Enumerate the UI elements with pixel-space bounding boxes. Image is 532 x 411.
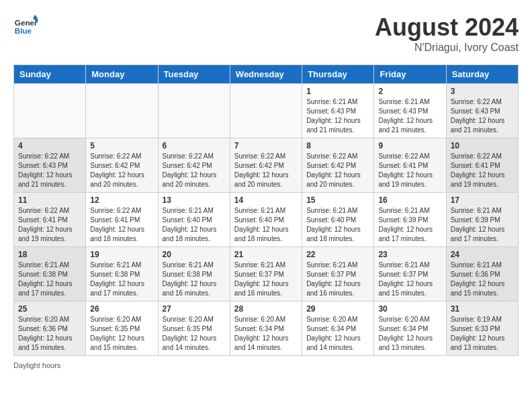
day-info: Sunrise: 6:22 AM Sunset: 6:42 PM Dayligh… [90,152,153,189]
calendar-header-monday: Monday [86,65,158,84]
calendar-header-row: SundayMondayTuesdayWednesdayThursdayFrid… [14,65,519,84]
day-info: Sunrise: 6:20 AM Sunset: 6:36 PM Dayligh… [18,315,81,353]
day-info: Sunrise: 6:21 AM Sunset: 6:38 PM Dayligh… [163,261,226,298]
calendar-header-tuesday: Tuesday [158,65,230,84]
day-info: Sunrise: 6:21 AM Sunset: 6:43 PM Dayligh… [306,97,369,135]
calendar-cell: 12Sunrise: 6:22 AM Sunset: 6:41 PM Dayli… [86,193,158,247]
calendar-cell: 22Sunrise: 6:21 AM Sunset: 6:37 PM Dayli… [302,247,374,302]
day-number: 27 [163,304,226,314]
day-info: Sunrise: 6:21 AM Sunset: 6:40 PM Dayligh… [306,206,369,244]
day-info: Sunrise: 6:19 AM Sunset: 6:33 PM Dayligh… [451,315,514,353]
calendar-cell [86,84,158,138]
day-number: 26 [90,304,153,314]
calendar-cell: 14Sunrise: 6:21 AM Sunset: 6:40 PM Dayli… [230,193,302,247]
calendar-cell: 31Sunrise: 6:19 AM Sunset: 6:33 PM Dayli… [446,302,518,356]
main-title: August 2024 [375,13,519,42]
logo-icon: General Blue [13,13,38,38]
calendar-cell: 7Sunrise: 6:22 AM Sunset: 6:42 PM Daylig… [230,138,302,193]
day-number: 11 [18,195,81,205]
day-number: 29 [306,304,369,314]
calendar-cell: 4Sunrise: 6:22 AM Sunset: 6:43 PM Daylig… [14,138,86,193]
day-info: Sunrise: 6:21 AM Sunset: 6:43 PM Dayligh… [378,97,441,135]
day-number: 18 [18,250,81,259]
day-number: 17 [451,195,514,205]
svg-marker-2 [33,15,38,18]
day-info: Sunrise: 6:22 AM Sunset: 6:41 PM Dayligh… [451,152,514,189]
day-info: Sunrise: 6:20 AM Sunset: 6:35 PM Dayligh… [90,315,153,353]
day-number: 19 [90,250,153,259]
day-number: 13 [163,195,226,205]
day-number: 2 [378,87,441,96]
day-number: 1 [306,87,369,96]
day-number: 21 [234,250,298,259]
calendar-cell: 1Sunrise: 6:21 AM Sunset: 6:43 PM Daylig… [302,84,374,138]
calendar-cell: 19Sunrise: 6:21 AM Sunset: 6:38 PM Dayli… [86,247,158,302]
calendar-header-sunday: Sunday [14,65,86,84]
day-number: 14 [234,195,298,205]
calendar-cell [14,84,86,138]
day-number: 25 [18,304,81,314]
day-number: 16 [378,195,441,205]
calendar-cell: 6Sunrise: 6:22 AM Sunset: 6:42 PM Daylig… [158,138,230,193]
day-number: 20 [163,250,226,259]
day-info: Sunrise: 6:22 AM Sunset: 6:41 PM Dayligh… [90,206,153,244]
calendar-cell: 2Sunrise: 6:21 AM Sunset: 6:43 PM Daylig… [374,84,446,138]
calendar-cell: 29Sunrise: 6:20 AM Sunset: 6:34 PM Dayli… [302,302,374,356]
calendar-cell: 10Sunrise: 6:22 AM Sunset: 6:41 PM Dayli… [446,138,518,193]
calendar-table: SundayMondayTuesdayWednesdayThursdayFrid… [13,64,519,356]
calendar-cell: 21Sunrise: 6:21 AM Sunset: 6:37 PM Dayli… [230,247,302,302]
day-info: Sunrise: 6:21 AM Sunset: 6:38 PM Dayligh… [90,261,153,298]
day-info: Sunrise: 6:21 AM Sunset: 6:40 PM Dayligh… [163,206,226,244]
day-number: 8 [306,141,369,150]
day-number: 31 [451,304,514,314]
calendar-cell: 27Sunrise: 6:20 AM Sunset: 6:35 PM Dayli… [158,302,230,356]
calendar-week-4: 18Sunrise: 6:21 AM Sunset: 6:38 PM Dayli… [14,247,519,302]
day-info: Sunrise: 6:20 AM Sunset: 6:34 PM Dayligh… [306,315,369,353]
day-info: Sunrise: 6:21 AM Sunset: 6:37 PM Dayligh… [378,261,441,298]
calendar-week-5: 25Sunrise: 6:20 AM Sunset: 6:36 PM Dayli… [14,302,519,356]
day-info: Sunrise: 6:22 AM Sunset: 6:43 PM Dayligh… [18,152,81,189]
day-info: Sunrise: 6:21 AM Sunset: 6:36 PM Dayligh… [451,261,514,298]
day-number: 3 [451,87,514,96]
day-number: 24 [451,250,514,259]
day-number: 4 [18,141,81,150]
location-subtitle: N'Driagui, Ivory Coast [375,42,519,54]
day-number: 28 [234,304,298,314]
day-number: 9 [378,141,441,150]
day-number: 30 [378,304,441,314]
calendar-week-3: 11Sunrise: 6:22 AM Sunset: 6:41 PM Dayli… [14,193,519,247]
day-info: Sunrise: 6:22 AM Sunset: 6:42 PM Dayligh… [234,152,298,189]
calendar-cell: 23Sunrise: 6:21 AM Sunset: 6:37 PM Dayli… [374,247,446,302]
day-info: Sunrise: 6:21 AM Sunset: 6:38 PM Dayligh… [18,261,81,298]
day-number: 15 [306,195,369,205]
calendar-cell: 25Sunrise: 6:20 AM Sunset: 6:36 PM Dayli… [14,302,86,356]
calendar-cell [230,84,302,138]
day-info: Sunrise: 6:22 AM Sunset: 6:41 PM Dayligh… [378,152,441,189]
day-info: Sunrise: 6:21 AM Sunset: 6:39 PM Dayligh… [451,206,514,244]
calendar-cell: 26Sunrise: 6:20 AM Sunset: 6:35 PM Dayli… [86,302,158,356]
day-number: 7 [234,141,298,150]
title-block: August 2024 N'Driagui, Ivory Coast [375,13,519,54]
calendar-cell: 30Sunrise: 6:20 AM Sunset: 6:34 PM Dayli… [374,302,446,356]
footer-note: Daylight hours [13,361,519,369]
day-number: 5 [90,141,153,150]
calendar-cell: 15Sunrise: 6:21 AM Sunset: 6:40 PM Dayli… [302,193,374,247]
day-number: 10 [451,141,514,150]
calendar-cell: 3Sunrise: 6:22 AM Sunset: 6:43 PM Daylig… [446,84,518,138]
day-number: 23 [378,250,441,259]
calendar-header-wednesday: Wednesday [230,65,302,84]
day-number: 6 [163,141,226,150]
calendar-cell: 8Sunrise: 6:22 AM Sunset: 6:42 PM Daylig… [302,138,374,193]
calendar-cell [158,84,230,138]
day-info: Sunrise: 6:21 AM Sunset: 6:37 PM Dayligh… [306,261,369,298]
calendar-cell: 18Sunrise: 6:21 AM Sunset: 6:38 PM Dayli… [14,247,86,302]
day-info: Sunrise: 6:22 AM Sunset: 6:42 PM Dayligh… [306,152,369,189]
calendar-cell: 11Sunrise: 6:22 AM Sunset: 6:41 PM Dayli… [14,193,86,247]
calendar-cell: 13Sunrise: 6:21 AM Sunset: 6:40 PM Dayli… [158,193,230,247]
calendar-cell: 17Sunrise: 6:21 AM Sunset: 6:39 PM Dayli… [446,193,518,247]
day-info: Sunrise: 6:20 AM Sunset: 6:35 PM Dayligh… [163,315,226,353]
day-info: Sunrise: 6:21 AM Sunset: 6:40 PM Dayligh… [234,206,298,244]
calendar-header-saturday: Saturday [446,65,518,84]
calendar-week-2: 4Sunrise: 6:22 AM Sunset: 6:43 PM Daylig… [14,138,519,193]
calendar-cell: 5Sunrise: 6:22 AM Sunset: 6:42 PM Daylig… [86,138,158,193]
